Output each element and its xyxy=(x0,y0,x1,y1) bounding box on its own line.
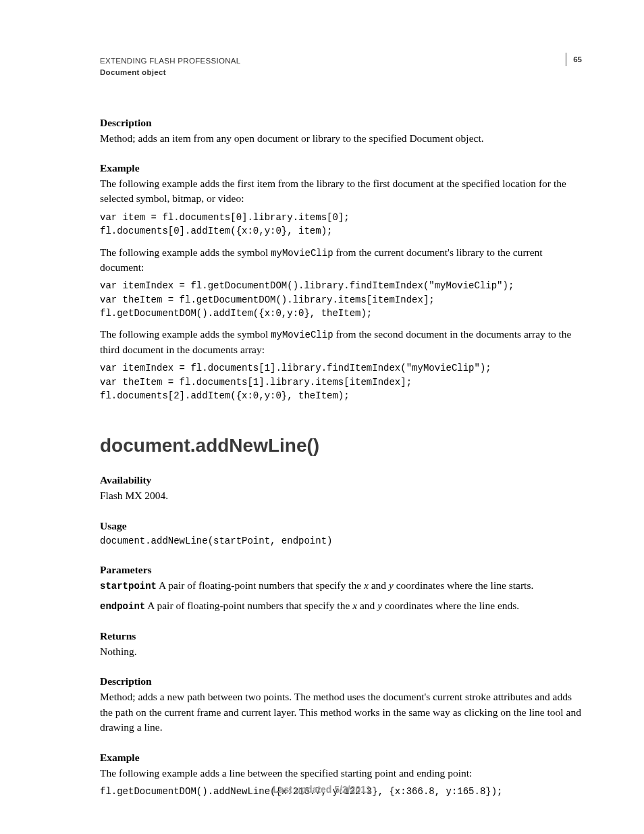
example-intro-2: The following example adds the symbol my… xyxy=(100,245,582,276)
usage-heading: Usage xyxy=(100,520,582,532)
example-intro-1: The following example adds the first ite… xyxy=(100,176,582,207)
code-block-3: var itemIndex = fl.documents[1].library.… xyxy=(100,361,582,402)
header-title: EXTENDING FLASH PROFESSIONAL xyxy=(100,55,566,67)
text-fragment: A pair of floating-point numbers that sp… xyxy=(145,600,352,611)
usage-code: document.addNewLine(startPoint, endpoint… xyxy=(100,534,582,548)
text-fragment: The following example adds the symbol xyxy=(100,328,271,340)
returns-heading: Returns xyxy=(100,630,582,642)
parameter-startpoint: startpoint A pair of floating-point numb… xyxy=(100,578,582,593)
text-fragment: and xyxy=(369,579,389,591)
description-heading-2: Description xyxy=(100,675,582,687)
text-fragment: The following example adds the symbol xyxy=(100,246,271,258)
api-heading: document.addNewLine() xyxy=(100,435,582,457)
description-text: Method; adds an item from any open docum… xyxy=(100,131,582,146)
returns-text: Nothing. xyxy=(100,644,582,659)
footer-updated: Last updated 5/2/2011 xyxy=(0,784,644,795)
var-x: x xyxy=(352,600,357,611)
availability-text: Flash MX 2004. xyxy=(100,488,582,503)
param-name: startpoint xyxy=(100,581,157,592)
example-heading: Example xyxy=(100,162,582,174)
page-number: 65 xyxy=(566,53,582,66)
text-fragment: coordinates where the line ends. xyxy=(382,600,519,611)
description-text-2: Method; adds a new path between two poin… xyxy=(100,689,582,735)
var-y: y xyxy=(389,579,394,591)
page-header: EXTENDING FLASH PROFESSIONAL Document ob… xyxy=(100,55,582,79)
var-x: x xyxy=(364,579,369,591)
parameter-endpoint: endpoint A pair of floating-point number… xyxy=(100,598,582,613)
code-block-2: var itemIndex = fl.getDocumentDOM().libr… xyxy=(100,279,582,320)
param-name: endpoint xyxy=(100,601,145,612)
header-subtitle: Document object xyxy=(100,67,566,78)
example-heading-2: Example xyxy=(100,752,582,764)
example-intro-3: The following example adds the symbol my… xyxy=(100,327,582,357)
code-block-1: var item = fl.documents[0].library.items… xyxy=(100,211,582,238)
text-fragment: and xyxy=(357,600,377,611)
parameters-heading: Parameters xyxy=(100,564,582,576)
text-fragment: A pair of floating-point numbers that sp… xyxy=(157,579,364,591)
availability-heading: Availability xyxy=(100,474,582,486)
inline-code: myMovieClip xyxy=(271,330,333,340)
example-intro-4: The following example adds a line betwee… xyxy=(100,766,582,781)
inline-code: myMovieClip xyxy=(271,248,333,259)
description-heading: Description xyxy=(100,117,582,129)
text-fragment: coordinates where the line starts. xyxy=(394,579,533,591)
